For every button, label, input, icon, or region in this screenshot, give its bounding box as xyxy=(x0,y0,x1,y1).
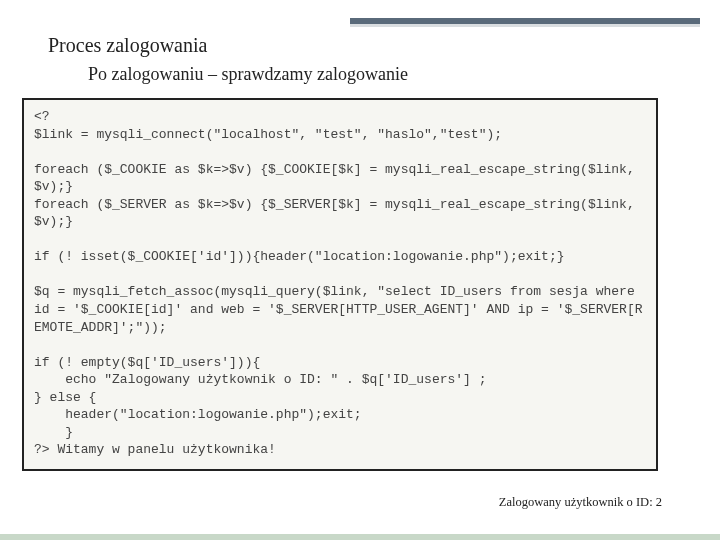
footer-output: Zalogowany użytkownik o ID: 2 xyxy=(499,495,662,510)
slide: Proces zalogowania Po zalogowaniu – spra… xyxy=(0,0,720,540)
page-subtitle: Po zalogowaniu – sprawdzamy zalogowanie xyxy=(88,64,408,85)
page-title: Proces zalogowania xyxy=(48,34,207,57)
code-content: <? $link = mysqli_connect("localhost", "… xyxy=(34,108,646,459)
header-rule-light xyxy=(350,24,700,27)
footer-accent-bar xyxy=(0,534,720,540)
code-block: <? $link = mysqli_connect("localhost", "… xyxy=(22,98,658,471)
